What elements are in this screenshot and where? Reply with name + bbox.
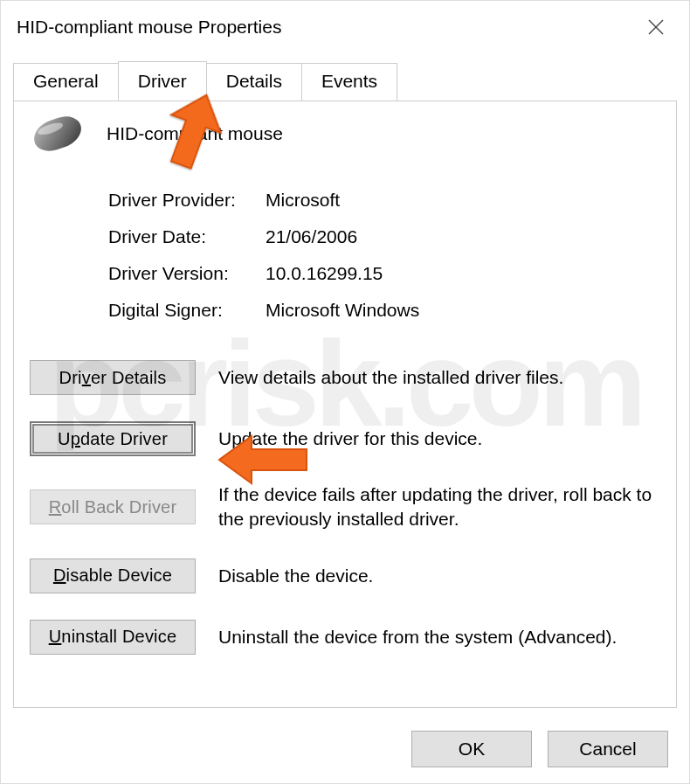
info-row: Driver Date: 21/06/2006 xyxy=(108,219,660,255)
info-row: Driver Version: 10.0.16299.15 xyxy=(108,255,660,292)
titlebar: HID-compliant mouse Properties xyxy=(1,1,689,53)
uninstall-device-button[interactable]: Uninstall Device xyxy=(30,620,196,655)
roll-back-driver-button: Roll Back Driver xyxy=(30,489,196,524)
disable-device-desc: Disable the device. xyxy=(218,564,660,588)
driver-version-value: 10.0.16299.15 xyxy=(266,263,383,284)
driver-date-label: Driver Date: xyxy=(108,226,266,247)
driver-provider-label: Driver Provider: xyxy=(108,190,266,211)
tab-general[interactable]: General xyxy=(13,63,119,101)
driver-details-button[interactable]: Driver Details xyxy=(30,360,196,395)
digital-signer-value: Microsoft Windows xyxy=(266,300,419,321)
tab-events[interactable]: Events xyxy=(301,63,397,101)
driver-tab-panel: HID-compliant mouse Driver Provider: Mic… xyxy=(13,101,677,708)
ok-button[interactable]: OK xyxy=(411,731,532,767)
driver-provider-value: Microsoft xyxy=(266,190,340,211)
close-icon[interactable] xyxy=(638,10,673,45)
update-driver-button[interactable]: Update Driver xyxy=(30,421,196,456)
tab-strip: General Driver Details Events xyxy=(13,62,677,101)
info-row: Digital Signer: Microsoft Windows xyxy=(108,292,660,329)
info-row: Driver Provider: Microsoft xyxy=(108,182,660,219)
tab-driver[interactable]: Driver xyxy=(118,61,207,100)
driver-version-label: Driver Version: xyxy=(108,263,266,284)
roll-back-driver-desc: If the device fails after updating the d… xyxy=(218,482,660,532)
driver-date-value: 21/06/2006 xyxy=(266,226,357,247)
cancel-button[interactable]: Cancel xyxy=(548,731,668,767)
digital-signer-label: Digital Signer: xyxy=(108,300,266,321)
window-title: HID-compliant mouse Properties xyxy=(17,17,281,38)
driver-info-table: Driver Provider: Microsoft Driver Date: … xyxy=(108,182,660,329)
tab-details[interactable]: Details xyxy=(206,63,302,101)
uninstall-device-desc: Uninstall the device from the system (Ad… xyxy=(218,625,660,649)
mouse-icon xyxy=(31,112,84,156)
device-name: HID-compliant mouse xyxy=(107,123,283,144)
disable-device-button[interactable]: Disable Device xyxy=(30,559,196,593)
update-driver-desc: Update the driver for this device. xyxy=(218,427,660,451)
driver-details-desc: View details about the installed driver … xyxy=(218,365,660,390)
